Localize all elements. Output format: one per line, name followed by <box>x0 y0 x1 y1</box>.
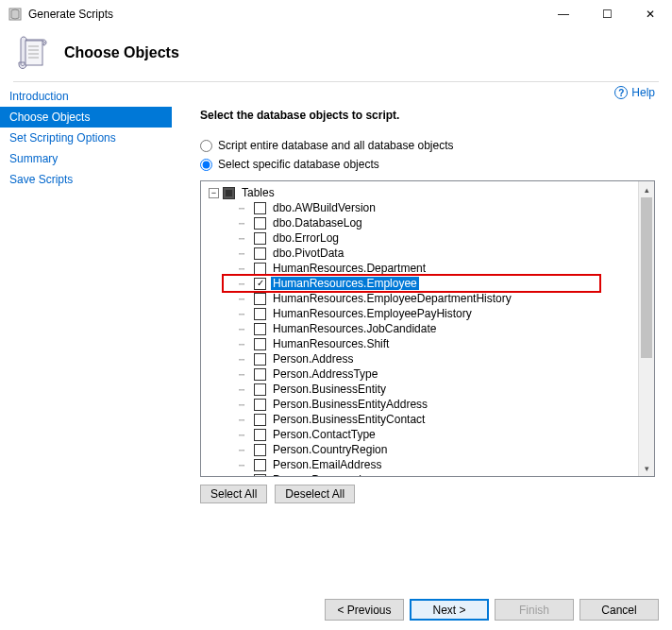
tree-checkbox[interactable] <box>254 202 266 214</box>
root-label: Tables <box>240 186 277 199</box>
tree-item-label: HumanResources.Shift <box>271 337 391 350</box>
tree-item[interactable]: ⋯HumanResources.EmployeeDepartmentHistor… <box>203 291 636 306</box>
main-panel: ? Help Select the database objects to sc… <box>172 82 672 583</box>
tree-checkbox[interactable] <box>254 293 266 305</box>
section-heading: Select the database objects to script. <box>200 109 655 122</box>
tree-checkbox[interactable] <box>254 323 266 335</box>
tree-root-tables[interactable]: −Tables <box>203 185 636 200</box>
tree-item-label: dbo.PivotData <box>271 247 345 260</box>
sidebar-item-summary[interactable]: Summary <box>0 148 172 169</box>
radio-entire-label: Script entire database and all database … <box>218 139 454 152</box>
tree-checkbox[interactable] <box>254 263 266 275</box>
tree-checkbox[interactable] <box>254 278 266 290</box>
tree-item[interactable]: ⋯dbo.PivotData <box>203 246 636 261</box>
title-bar: Generate Scripts — ☐ ✕ <box>0 0 672 28</box>
next-button[interactable]: Next > <box>410 599 489 621</box>
help-icon: ? <box>614 86 628 99</box>
tree-connector: ⋯ <box>229 202 254 214</box>
tree-connector: ⋯ <box>229 232 254 245</box>
tree-checkbox[interactable] <box>254 217 266 230</box>
tree-item[interactable]: ⋯Person.Address <box>203 351 636 366</box>
sidebar-item-choose-objects[interactable]: Choose Objects <box>0 107 172 128</box>
tree-scrollbar[interactable]: ▴ ▾ <box>638 181 654 476</box>
select-all-button[interactable]: Select All <box>200 485 267 503</box>
close-button[interactable]: ✕ <box>629 0 672 28</box>
tree-connector: ⋯ <box>229 459 254 471</box>
help-link[interactable]: ? Help <box>614 86 655 99</box>
tree-connector: ⋯ <box>229 217 254 230</box>
cancel-button[interactable]: Cancel <box>580 599 659 621</box>
tree-checkbox[interactable] <box>254 353 266 366</box>
tree-item-label: dbo.DatabaseLog <box>271 216 364 230</box>
scroll-up-button[interactable]: ▴ <box>639 181 654 197</box>
tree-item[interactable]: ⋯HumanResources.EmployeePayHistory <box>203 306 636 321</box>
tree-connector: ⋯ <box>229 383 254 396</box>
radio-entire-input[interactable] <box>200 140 212 152</box>
radio-specific-objects[interactable]: Select specific database objects <box>200 158 655 171</box>
tree-item-label: HumanResources.Department <box>271 262 428 275</box>
tree-connector: ⋯ <box>229 263 254 275</box>
tree-item-label: dbo.ErrorLog <box>271 231 341 245</box>
tree-item-label: Person.Address <box>271 352 355 366</box>
scroll-thumb[interactable] <box>641 197 652 358</box>
tree-checkbox[interactable] <box>254 368 266 381</box>
tree-connector: ⋯ <box>229 474 254 477</box>
sidebar-item-set-scripting-options[interactable]: Set Scripting Options <box>0 128 172 148</box>
tree-checkbox[interactable] <box>254 383 266 396</box>
root-checkbox[interactable] <box>223 187 235 199</box>
tree-item-label: Person.BusinessEntityAddress <box>271 398 429 411</box>
tree-item[interactable]: ⋯HumanResources.JobCandidate <box>203 321 636 336</box>
tree-item[interactable]: ⋯Person.BusinessEntityAddress <box>203 397 636 412</box>
tree-item[interactable]: ⋯Person.EmailAddress <box>203 457 636 472</box>
tree-item[interactable]: ⋯HumanResources.Employee <box>203 276 636 291</box>
tree-connector: ⋯ <box>229 414 254 426</box>
tree-item[interactable]: ⋯dbo.ErrorLog <box>203 230 636 246</box>
tree-checkbox[interactable] <box>254 429 266 441</box>
tree-checkbox[interactable] <box>254 247 266 260</box>
deselect-all-button[interactable]: Deselect All <box>275 485 355 503</box>
tree-item[interactable]: ⋯Person.AddressType <box>203 366 636 382</box>
minimize-button[interactable]: — <box>542 0 585 28</box>
tree-connector: ⋯ <box>229 399 254 411</box>
radio-specific-input[interactable] <box>200 159 212 171</box>
tree-item-label: HumanResources.EmployeePayHistory <box>271 307 474 320</box>
sidebar-item-introduction[interactable]: Introduction <box>0 86 172 107</box>
tree-connector: ⋯ <box>229 338 254 350</box>
radio-specific-label: Select specific database objects <box>218 158 379 171</box>
tree-item[interactable]: ⋯Person.BusinessEntityContact <box>203 412 636 427</box>
tree-checkbox[interactable] <box>254 414 266 426</box>
tree-container: −Tables⋯dbo.AWBuildVersion⋯dbo.DatabaseL… <box>200 180 655 477</box>
tree-item[interactable]: ⋯dbo.AWBuildVersion <box>203 200 636 215</box>
tree-checkbox[interactable] <box>254 444 266 456</box>
tree-checkbox[interactable] <box>254 399 266 411</box>
tree-checkbox[interactable] <box>254 338 266 350</box>
finish-button[interactable]: Finish <box>495 599 574 621</box>
tree-connector: ⋯ <box>229 278 254 290</box>
tree-item[interactable]: ⋯HumanResources.Department <box>203 261 636 276</box>
collapse-icon[interactable]: − <box>209 188 219 198</box>
tree-item[interactable]: ⋯HumanResources.Shift <box>203 336 636 351</box>
radio-entire-database[interactable]: Script entire database and all database … <box>200 139 655 152</box>
tree-item[interactable]: ⋯Person.ContactType <box>203 427 636 442</box>
maximize-button[interactable]: ☐ <box>585 0 629 28</box>
tree-item-label: Person.ContactType <box>271 428 378 441</box>
scroll-down-button[interactable]: ▾ <box>639 460 654 476</box>
tree-item[interactable]: ⋯dbo.DatabaseLog <box>203 215 636 230</box>
tree-item[interactable]: ⋯Person.Password <box>203 472 636 476</box>
tree-checkbox[interactable] <box>254 232 266 245</box>
tree-item[interactable]: ⋯Person.CountryRegion <box>203 442 636 457</box>
tree-connector: ⋯ <box>229 368 254 381</box>
tree-item[interactable]: ⋯Person.BusinessEntity <box>203 382 636 397</box>
tree-checkbox[interactable] <box>254 474 266 477</box>
tree-checkbox[interactable] <box>254 308 266 320</box>
tree-item-label: Person.EmailAddress <box>271 458 383 471</box>
tree-item-label: Person.Password <box>271 473 363 476</box>
tree-checkbox[interactable] <box>254 459 266 471</box>
sidebar-item-save-scripts[interactable]: Save Scripts <box>0 169 172 190</box>
object-tree[interactable]: −Tables⋯dbo.AWBuildVersion⋯dbo.DatabaseL… <box>201 181 638 476</box>
previous-button[interactable]: < Previous <box>325 599 404 621</box>
tree-connector: ⋯ <box>229 429 254 441</box>
tree-connector: ⋯ <box>229 293 254 305</box>
tree-item-label: Person.AddressType <box>271 367 379 381</box>
svg-rect-1 <box>25 41 42 65</box>
